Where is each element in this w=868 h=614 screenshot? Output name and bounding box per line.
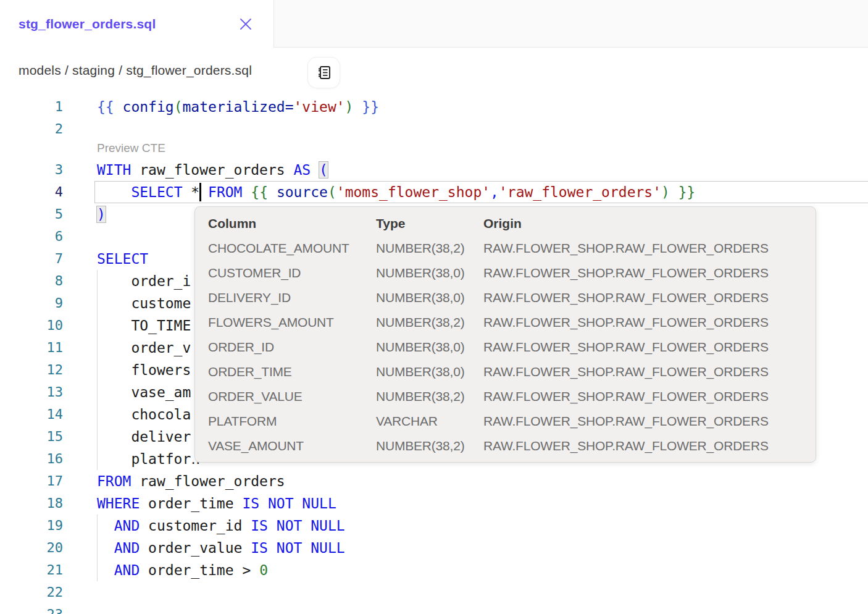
- popup-header-type: Type: [376, 216, 483, 231]
- code-line[interactable]: 17FROM raw_flower_orders: [0, 470, 868, 492]
- line-number: 22: [0, 581, 63, 603]
- line-number: 17: [0, 470, 63, 492]
- code-line-text: chocola: [97, 403, 191, 426]
- popup-column-row: DELIVERY_IDNUMBER(38,0)RAW.FLOWER_SHOP.R…: [208, 285, 806, 310]
- line-number: 12: [0, 359, 63, 381]
- tab-bar: stg_flower_orders.sql: [0, 0, 868, 48]
- code-line[interactable]: 21 AND order_time > 0: [0, 559, 868, 581]
- popup-column-row: ORDER_IDNUMBER(38,0)RAW.FLOWER_SHOP.RAW_…: [208, 335, 806, 360]
- line-number: 23: [0, 603, 63, 614]
- code-line-text: flowers: [97, 359, 191, 381]
- code-line-text: SELECT: [97, 248, 148, 270]
- popup-column-row: ORDER_VALUENUMBER(38,2)RAW.FLOWER_SHOP.R…: [208, 384, 806, 409]
- code-line[interactable]: 23: [0, 603, 868, 614]
- tab-stg-flower-orders[interactable]: stg_flower_orders.sql: [0, 0, 273, 48]
- code-line-text: deliver: [97, 426, 191, 448]
- line-number: 2: [0, 118, 63, 140]
- popup-header-origin: Origin: [483, 216, 806, 231]
- code-line[interactable]: 18WHERE order_time IS NOT NULL: [0, 492, 868, 515]
- code-line-text: TO_TIME: [97, 314, 191, 337]
- popup-column-row: CHOCOLATE_AMOUNTNUMBER(38,2)RAW.FLOWER_S…: [208, 236, 806, 261]
- code-line[interactable]: 4 SELECT * FROM {{ source('moms_flower_s…: [0, 181, 868, 203]
- popup-column-row: ORDER_TIMENUMBER(38,0)RAW.FLOWER_SHOP.RA…: [208, 360, 806, 384]
- code-line-text: AND customer_id IS NOT NULL: [97, 515, 345, 537]
- code-line-text: {{ config(materialized='view') }}: [97, 96, 379, 118]
- code-line[interactable]: 20 AND order_value IS NOT NULL: [0, 537, 868, 559]
- code-line-text: custome: [97, 292, 191, 314]
- code-line[interactable]: 22: [0, 581, 868, 603]
- line-number: 3: [0, 159, 63, 181]
- code-line-text: SELECT * FROM {{ source('moms_flower_sho…: [97, 181, 695, 203]
- line-number: 5: [0, 203, 63, 225]
- line-number: 7: [0, 248, 63, 270]
- line-number: 21: [0, 559, 63, 581]
- line-number: 16: [0, 448, 63, 470]
- tab-label: stg_flower_orders.sql: [19, 17, 156, 32]
- code-line[interactable]: 19 AND customer_id IS NOT NULL: [0, 515, 868, 537]
- column-info-popup: Column Type Origin CHOCOLATE_AMOUNTNUMBE…: [194, 206, 816, 463]
- line-number: 14: [0, 403, 63, 426]
- code-line[interactable]: 2: [0, 118, 868, 140]
- code-line-text: AND order_time > 0: [97, 559, 268, 581]
- code-line-text: order_v: [97, 337, 191, 359]
- line-number: 20: [0, 537, 63, 559]
- line-number: 1: [0, 96, 63, 118]
- line-number: 13: [0, 381, 63, 403]
- line-number: 10: [0, 314, 63, 337]
- popup-column-row: PLATFORMVARCHARRAW.FLOWER_SHOP.RAW_FLOWE…: [208, 409, 806, 434]
- code-line-text: ): [97, 203, 106, 225]
- code-line[interactable]: 1{{ config(materialized='view') }}: [0, 96, 868, 118]
- code-line-text: FROM raw_flower_orders: [97, 470, 285, 492]
- line-number: 15: [0, 426, 63, 448]
- line-number: 9: [0, 292, 63, 314]
- tab-bar-empty-area: [273, 0, 868, 48]
- breadcrumb-bar: models / staging / stg_flower_orders.sql: [0, 48, 868, 96]
- popup-header-column: Column: [208, 216, 376, 231]
- popup-column-row: CUSTOMER_IDNUMBER(38,0)RAW.FLOWER_SHOP.R…: [208, 261, 806, 285]
- line-number: 4: [0, 181, 63, 203]
- code-lens-preview-cte[interactable]: Preview CTE: [0, 140, 868, 159]
- line-number: 19: [0, 515, 63, 537]
- code-line[interactable]: 3WITH raw_flower_orders AS (: [0, 159, 868, 181]
- line-number: 6: [0, 225, 63, 248]
- code-line-text: AND order_value IS NOT NULL: [97, 537, 345, 559]
- breadcrumb: models / staging / stg_flower_orders.sql: [19, 63, 252, 78]
- code-line-text: WHERE order_time IS NOT NULL: [97, 492, 336, 515]
- close-icon: [239, 17, 252, 31]
- code-line-text: platfor‥: [97, 448, 201, 470]
- code-line-text: vase_am: [97, 381, 191, 403]
- line-number: 18: [0, 492, 63, 515]
- line-number: 11: [0, 337, 63, 359]
- popup-column-row: FLOWERS_AMOUNTNUMBER(38,2)RAW.FLOWER_SHO…: [208, 310, 806, 335]
- text-cursor: [199, 183, 201, 201]
- lineage-button[interactable]: [308, 57, 340, 88]
- line-number: 8: [0, 270, 63, 292]
- notebook-lineage-icon: [315, 64, 332, 81]
- tab-close-button[interactable]: [238, 16, 254, 32]
- popup-column-row: VASE_AMOUNTNUMBER(38,2)RAW.FLOWER_SHOP.R…: [208, 434, 806, 458]
- code-line-text: order_i: [97, 270, 191, 292]
- popup-header-row: Column Type Origin: [208, 211, 806, 236]
- code-line-text: WITH raw_flower_orders AS (: [97, 159, 328, 181]
